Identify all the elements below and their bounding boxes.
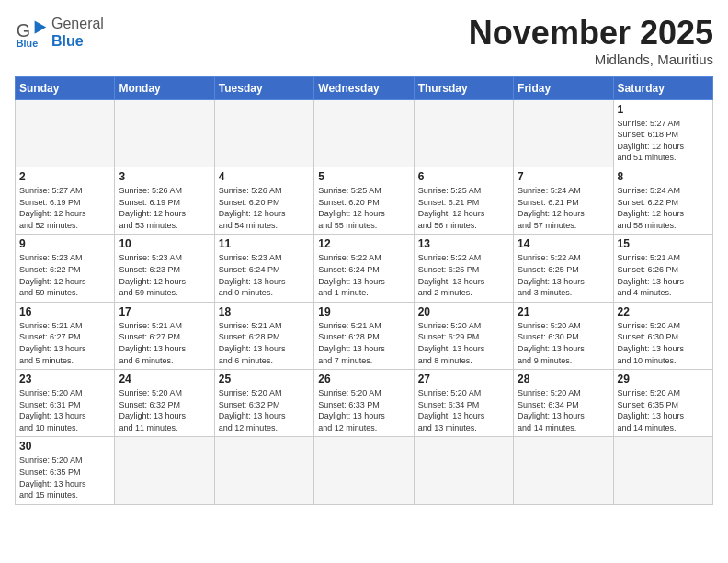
calendar-cell (214, 437, 313, 504)
calendar-cell (16, 99, 115, 167)
month-title: November 2025 (469, 15, 713, 52)
calendar-cell (514, 437, 613, 504)
calendar-cell: 30Sunrise: 5:20 AM Sunset: 6:35 PM Dayli… (16, 437, 115, 504)
day-info: Sunrise: 5:20 AM Sunset: 6:29 PM Dayligh… (418, 320, 509, 366)
day-number: 25 (219, 373, 310, 385)
day-info: Sunrise: 5:20 AM Sunset: 6:31 PM Dayligh… (19, 387, 110, 433)
weekday-header-row: SundayMondayTuesdayWednesdayThursdayFrid… (16, 76, 713, 99)
day-info: Sunrise: 5:26 AM Sunset: 6:19 PM Dayligh… (119, 185, 210, 231)
day-info: Sunrise: 5:22 AM Sunset: 6:25 PM Dayligh… (518, 252, 609, 298)
calendar-cell: 5Sunrise: 5:25 AM Sunset: 6:20 PM Daylig… (314, 167, 414, 234)
day-info: Sunrise: 5:20 AM Sunset: 6:35 PM Dayligh… (618, 387, 709, 433)
day-info: Sunrise: 5:20 AM Sunset: 6:34 PM Dayligh… (518, 387, 609, 433)
calendar-cell (514, 99, 613, 167)
day-info: Sunrise: 5:20 AM Sunset: 6:30 PM Dayligh… (518, 320, 609, 366)
day-info: Sunrise: 5:21 AM Sunset: 6:28 PM Dayligh… (318, 320, 409, 366)
day-number: 8 (618, 170, 709, 183)
day-number: 9 (19, 237, 110, 250)
day-number: 17 (119, 305, 210, 318)
calendar-cell: 7Sunrise: 5:24 AM Sunset: 6:21 PM Daylig… (514, 167, 613, 234)
day-number: 27 (418, 373, 509, 385)
calendar-cell (214, 99, 313, 167)
weekday-header-wednesday: Wednesday (314, 76, 414, 99)
day-info: Sunrise: 5:20 AM Sunset: 6:30 PM Dayligh… (618, 320, 709, 366)
calendar-cell (314, 99, 414, 167)
weekday-header-friday: Friday (514, 76, 613, 99)
svg-text:Blue: Blue (17, 38, 38, 49)
day-info: Sunrise: 5:23 AM Sunset: 6:22 PM Dayligh… (19, 252, 110, 298)
weekday-header-saturday: Saturday (613, 76, 712, 99)
calendar-cell: 10Sunrise: 5:23 AM Sunset: 6:23 PM Dayli… (115, 235, 214, 302)
day-info: Sunrise: 5:23 AM Sunset: 6:23 PM Dayligh… (119, 252, 210, 298)
logo-icon: G Blue (15, 16, 48, 49)
day-number: 21 (518, 305, 609, 318)
day-number: 20 (418, 305, 509, 318)
day-info: Sunrise: 5:21 AM Sunset: 6:28 PM Dayligh… (219, 320, 310, 366)
day-number: 13 (418, 237, 509, 250)
day-number: 26 (318, 373, 409, 385)
calendar-cell: 2Sunrise: 5:27 AM Sunset: 6:19 PM Daylig… (16, 167, 115, 234)
calendar-cell (115, 99, 214, 167)
calendar-cell: 21Sunrise: 5:20 AM Sunset: 6:30 PM Dayli… (514, 302, 613, 369)
week-row-5: 30Sunrise: 5:20 AM Sunset: 6:35 PM Dayli… (16, 437, 713, 504)
day-info: Sunrise: 5:20 AM Sunset: 6:32 PM Dayligh… (119, 387, 210, 433)
calendar-cell: 4Sunrise: 5:26 AM Sunset: 6:20 PM Daylig… (214, 167, 313, 234)
day-number: 7 (518, 170, 609, 183)
day-info: Sunrise: 5:27 AM Sunset: 6:19 PM Dayligh… (19, 185, 110, 231)
day-number: 3 (119, 170, 210, 183)
calendar-cell: 22Sunrise: 5:20 AM Sunset: 6:30 PM Dayli… (613, 302, 712, 369)
day-number: 11 (219, 237, 310, 250)
day-info: Sunrise: 5:23 AM Sunset: 6:24 PM Dayligh… (219, 252, 310, 298)
day-info: Sunrise: 5:24 AM Sunset: 6:21 PM Dayligh… (518, 185, 609, 231)
week-row-4: 23Sunrise: 5:20 AM Sunset: 6:31 PM Dayli… (16, 370, 713, 437)
calendar-cell (414, 437, 513, 504)
calendar-cell: 17Sunrise: 5:21 AM Sunset: 6:27 PM Dayli… (115, 302, 214, 369)
day-number: 10 (119, 237, 210, 250)
day-number: 24 (119, 373, 210, 385)
weekday-header-monday: Monday (115, 76, 214, 99)
day-info: Sunrise: 5:22 AM Sunset: 6:24 PM Dayligh… (318, 252, 409, 298)
calendar-cell: 11Sunrise: 5:23 AM Sunset: 6:24 PM Dayli… (214, 235, 313, 302)
day-info: Sunrise: 5:25 AM Sunset: 6:20 PM Dayligh… (318, 185, 409, 231)
logo-general: General (51, 16, 104, 31)
day-number: 23 (19, 373, 110, 385)
day-number: 30 (19, 440, 110, 453)
day-info: Sunrise: 5:27 AM Sunset: 6:18 PM Dayligh… (618, 118, 709, 164)
day-info: Sunrise: 5:24 AM Sunset: 6:22 PM Dayligh… (618, 185, 709, 231)
calendar-cell: 8Sunrise: 5:24 AM Sunset: 6:22 PM Daylig… (613, 167, 712, 234)
svg-marker-1 (35, 21, 47, 34)
calendar-cell: 29Sunrise: 5:20 AM Sunset: 6:35 PM Dayli… (613, 370, 712, 437)
weekday-header-tuesday: Tuesday (214, 76, 313, 99)
day-number: 19 (318, 305, 409, 318)
logo: G Blue General Blue (15, 15, 104, 50)
calendar-cell: 28Sunrise: 5:20 AM Sunset: 6:34 PM Dayli… (514, 370, 613, 437)
logo-text: General Blue (51, 15, 104, 50)
week-row-0: 1Sunrise: 5:27 AM Sunset: 6:18 PM Daylig… (16, 99, 713, 167)
location-subtitle: Midlands, Mauritius (469, 52, 713, 67)
day-number: 15 (618, 237, 709, 250)
calendar-cell: 6Sunrise: 5:25 AM Sunset: 6:21 PM Daylig… (414, 167, 513, 234)
day-info: Sunrise: 5:20 AM Sunset: 6:34 PM Dayligh… (418, 387, 509, 433)
day-number: 6 (418, 170, 509, 183)
day-number: 22 (618, 305, 709, 318)
calendar-cell: 23Sunrise: 5:20 AM Sunset: 6:31 PM Dayli… (16, 370, 115, 437)
day-info: Sunrise: 5:20 AM Sunset: 6:33 PM Dayligh… (318, 387, 409, 433)
day-number: 16 (19, 305, 110, 318)
day-info: Sunrise: 5:21 AM Sunset: 6:27 PM Dayligh… (119, 320, 210, 366)
header: G Blue General Blue November 2025 Midlan… (15, 15, 713, 67)
day-number: 28 (518, 373, 609, 385)
day-number: 5 (318, 170, 409, 183)
calendar-cell: 15Sunrise: 5:21 AM Sunset: 6:26 PM Dayli… (613, 235, 712, 302)
day-info: Sunrise: 5:21 AM Sunset: 6:26 PM Dayligh… (618, 252, 709, 298)
day-info: Sunrise: 5:20 AM Sunset: 6:32 PM Dayligh… (219, 387, 310, 433)
calendar-cell: 27Sunrise: 5:20 AM Sunset: 6:34 PM Dayli… (414, 370, 513, 437)
calendar-cell: 20Sunrise: 5:20 AM Sunset: 6:29 PM Dayli… (414, 302, 513, 369)
day-number: 18 (219, 305, 310, 318)
day-info: Sunrise: 5:20 AM Sunset: 6:35 PM Dayligh… (19, 454, 110, 500)
calendar-cell: 13Sunrise: 5:22 AM Sunset: 6:25 PM Dayli… (414, 235, 513, 302)
week-row-1: 2Sunrise: 5:27 AM Sunset: 6:19 PM Daylig… (16, 167, 713, 234)
day-number: 2 (19, 170, 110, 183)
weekday-header-thursday: Thursday (414, 76, 513, 99)
day-number: 4 (219, 170, 310, 183)
calendar-cell: 26Sunrise: 5:20 AM Sunset: 6:33 PM Dayli… (314, 370, 414, 437)
